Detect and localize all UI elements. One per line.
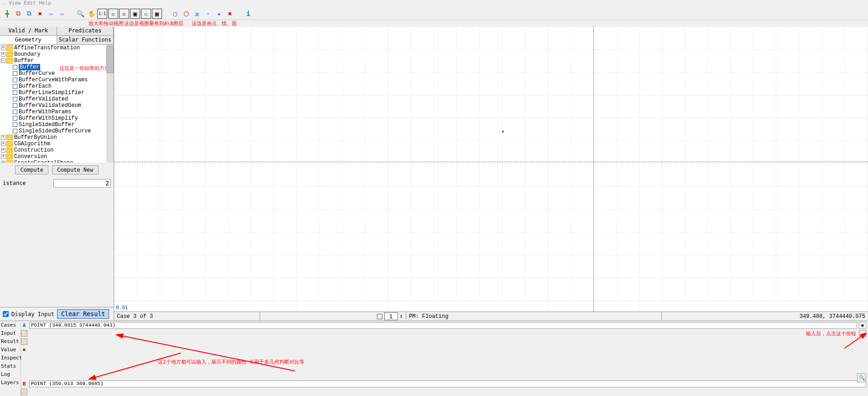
bottom-panel: Cases Input Result Value Inspect Stats L… (0, 321, 868, 396)
toolbar-annotations: 放大和拖动视图 这边是视图聚焦到A\B图层 这边是画点、线、面 (0, 20, 868, 26)
stepper-icon[interactable]: ⇕ (400, 313, 403, 320)
binoculars-icon[interactable]: 🔍 (857, 373, 866, 382)
nav-stats[interactable]: Stats (0, 362, 21, 370)
tree-scrollbar[interactable] (106, 45, 114, 163)
clear-result-button[interactable]: Clear Result (57, 309, 109, 319)
tree-leaf-bufferlinesimplifier[interactable]: BufferLineSimplifier (0, 90, 114, 96)
zoom-ab-icon[interactable]: ▣ (130, 9, 140, 19)
canvas-area: 0.01 Case 3 of 3 ⇕ PM: Floating 349.488,… (114, 26, 868, 321)
status-case: Case 3 of 3 (114, 312, 260, 321)
svg-line-1 (94, 353, 181, 378)
tree-node-bufferbyunion[interactable]: +BufferByUnion (0, 134, 114, 141)
left-panel: Valid / Mark Predicates Geometry Functio… (0, 26, 114, 321)
info-icon[interactable]: i (243, 9, 253, 19)
tree-leaf-bufferwithsimplify[interactable]: BufferWithSimplify (0, 115, 114, 121)
status-coord: 349.488, 3744440.075 (662, 312, 868, 321)
param-label: istance (3, 180, 53, 186)
nav-value[interactable]: Value (0, 346, 21, 354)
main-toolbar: ╋ ⧉ ⧉ ✖ ⇦ ⇨ 🔍 ✋ 1:1 ▫ ▫ ▣ ▫ ▦ ▢ ⬡ ≥ · ✦ … (0, 7, 868, 20)
paste-icon[interactable]: ⧉ (24, 9, 34, 19)
nav-inspect[interactable]: Inspect (0, 354, 21, 362)
draw-line-icon[interactable]: ≥ (192, 9, 202, 19)
clear-a-icon[interactable]: ✖ (21, 347, 27, 353)
load-a-button[interactable]: ▣ (859, 322, 866, 329)
tree-node-construction[interactable]: +Construction (0, 147, 114, 153)
zoom-full-icon[interactable]: ▦ (152, 9, 162, 19)
tab-predicates[interactable]: Predicates (57, 26, 114, 35)
compute-button-row: Compute Compute New (0, 163, 114, 177)
tree-node-conversion[interactable]: +Conversion (0, 153, 114, 160)
tree-leaf-buffervalidatedgeom[interactable]: BufferValidatedGeom (0, 102, 114, 109)
tree-node-boundary[interactable]: +Boundary (0, 51, 114, 58)
tree-leaf-buffercurvewithparams[interactable]: BufferCurveWithParams (0, 77, 114, 83)
param-distance-input[interactable] (53, 179, 111, 188)
io-gap: 🔍 这2个地方都可以输入，展示不同的颜色 可用于多几何判断对比等 输入后，点击这… (21, 354, 868, 380)
zoom-b-icon[interactable]: ▫ (119, 9, 129, 19)
ann-tree: 这边是一些自带的方法 (59, 65, 110, 72)
draw-point-icon[interactable]: · (203, 9, 213, 19)
menu-hint: . View Edit Help (3, 0, 51, 6)
map-canvas[interactable]: 0.01 (114, 26, 868, 312)
tree-node-buffer[interactable]: −Buffer (0, 58, 114, 64)
next-icon[interactable]: ⇨ (57, 9, 67, 19)
arrow-3-icon (842, 333, 867, 351)
prev-icon[interactable]: ⇦ (46, 9, 56, 19)
wkt-input-a[interactable] (29, 322, 857, 329)
copy-icon[interactable]: ⧉ (13, 9, 23, 19)
tree-node-affinetransformation[interactable]: +AffineTransformation (0, 45, 114, 51)
tree-leaf-buffereach[interactable]: BufferEach (0, 83, 114, 90)
status-pm: PM: Floating (406, 312, 662, 321)
b-format-icon[interactable] (21, 389, 27, 395)
svg-line-2 (844, 336, 863, 348)
tree-node-cgalgorithm[interactable]: +CGAlgorithm (0, 141, 114, 147)
axis-horizontal (114, 162, 868, 162)
one-to-one-icon[interactable]: 1:1 (97, 9, 107, 19)
draw-rect-icon[interactable]: ▢ (170, 9, 180, 19)
draw-poly-icon[interactable]: ⬡ (181, 9, 191, 19)
function-tree[interactable]: 这边是一些自带的方法 +AffineTransformation +Bounda… (0, 45, 114, 163)
geometry-point-a (502, 131, 504, 132)
tree-node-createfractalshape[interactable]: +CreateFractalShape (0, 160, 114, 163)
arrow-2-icon (76, 350, 190, 382)
bottom-nav: Cases Input Result Value Inspect Stats L… (0, 321, 21, 396)
delete-vertex-icon[interactable]: ✖ (225, 9, 235, 19)
tree-leaf-bufferwithparams[interactable]: BufferWithParams (0, 109, 114, 115)
bottom-main: A ▣ ✖ 🔍 这2个地方都可以输入，展示不同的颜色 可用于多几何判断对比等 输… (21, 321, 868, 396)
tab-row-2: Geometry Functions Scalar Functions (0, 36, 114, 45)
tree-leaf-buffervalidated[interactable]: BufferValidated (0, 96, 114, 102)
display-input-label: Display Input (11, 311, 54, 317)
display-input-checkbox[interactable] (3, 311, 9, 317)
a-format-icon-2[interactable] (21, 338, 27, 345)
compute-button[interactable]: Compute (15, 165, 48, 174)
param-row: istance (0, 177, 114, 190)
main-area: Valid / Mark Predicates Geometry Functio… (0, 26, 868, 321)
tab-scalar-functions[interactable]: Scalar Functions (57, 36, 114, 44)
menu-bar[interactable]: . View Edit Help (0, 0, 868, 7)
tree-leaf-singlesidedbuffercurve[interactable]: SingleSidedBufferCurve (0, 128, 114, 134)
delete-icon[interactable]: ✖ (35, 9, 45, 19)
nav-layers[interactable]: Layers (0, 379, 21, 387)
zoom-a-icon[interactable]: ▫ (108, 9, 118, 19)
tree-leaf-singlesidedbuffer[interactable]: SingleSidedBuffer (0, 121, 114, 128)
display-controls: Display Input Clear Result (0, 307, 114, 321)
nav-input[interactable]: Input (0, 329, 21, 338)
ann-draw: 这边是画点、线、面 (192, 20, 237, 27)
tab-geometry-functions[interactable]: Geometry Functions (0, 36, 57, 44)
zoom-result-icon[interactable]: ▫ (141, 9, 151, 19)
status-index-input[interactable] (384, 312, 398, 320)
canvas-origin-label: 0.01 (116, 305, 128, 311)
compute-new-button[interactable]: Compute New (52, 165, 98, 174)
edit-vertex-icon[interactable]: ✦ (214, 9, 224, 19)
new-icon[interactable]: ╋ (2, 9, 12, 19)
pan-icon[interactable]: ✋ (86, 9, 96, 19)
tab-valid-mark[interactable]: Valid / Mark (0, 26, 57, 35)
nav-cases[interactable]: Cases (0, 321, 21, 329)
badge-b: B (21, 380, 27, 387)
zoom-icon[interactable]: 🔍 (75, 9, 85, 19)
a-format-icon[interactable] (21, 330, 27, 337)
status-checkbox[interactable] (377, 314, 382, 319)
nav-result[interactable]: Result (0, 338, 21, 346)
axis-vertical (593, 26, 594, 312)
nav-log[interactable]: Log (0, 370, 21, 379)
input-row-a: A ▣ (21, 321, 868, 329)
